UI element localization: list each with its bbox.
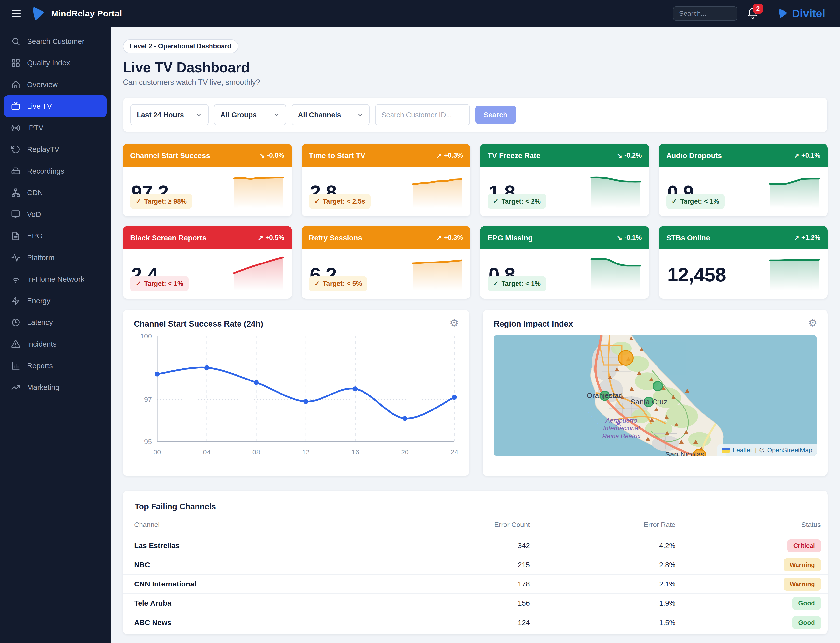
status-badge: Good (792, 597, 821, 610)
rotate-ccw-icon (11, 145, 21, 154)
sidebar-item-overview[interactable]: Overview (4, 74, 107, 95)
gear-icon[interactable]: ⚙ (808, 318, 817, 328)
osm-link[interactable]: OpenStreetMap (767, 446, 812, 454)
gear-icon[interactable]: ⚙ (449, 318, 459, 328)
svg-text:08: 08 (252, 448, 260, 456)
filter-bar: Last 24 Hours All Groups All Channels Se… (123, 98, 828, 132)
check-icon: ✓ (314, 280, 320, 287)
chevron-down-icon (357, 112, 363, 118)
channel-select[interactable]: All Channels (291, 104, 370, 126)
sparkline (589, 253, 642, 292)
sidebar-item-in-home-network[interactable]: In-Home Network (4, 268, 107, 290)
topbar-divider (768, 8, 768, 20)
svg-text:24: 24 (451, 448, 458, 456)
grid-icon (11, 58, 21, 68)
svg-text:Oranjestad: Oranjestad (587, 391, 623, 400)
check-icon: ✓ (493, 280, 498, 287)
kpi-card-retry-sessions: Retry Sessions↗+0.3% 6.2% ✓Target: < 5% (302, 226, 470, 299)
top-failing-channels-card: Top Failing Channels Channel Error Count… (123, 491, 828, 634)
kpi-card-epg-missing: EPG Missing↘-0.1% 0.8% ✓Target: < 1% (480, 226, 649, 299)
check-icon: ✓ (493, 197, 498, 205)
topbar: MindRelay Portal 2 Divitel (0, 0, 840, 27)
sidebar-item-recordings[interactable]: Recordings (4, 160, 107, 182)
sidebar-item-replaytv[interactable]: ReplayTV (4, 139, 107, 160)
table-row: NBC 215 2.8% Warning (123, 555, 828, 574)
table-row: Tele Aruba 156 1.9% Good (123, 594, 828, 613)
svg-text:20: 20 (401, 448, 409, 456)
sidebar-item-quality-index[interactable]: Quality Index (4, 52, 107, 74)
menu-icon[interactable] (12, 10, 21, 17)
main-content: Level 2 - Operational Dashboard Live TV … (111, 27, 840, 643)
search-icon (11, 36, 21, 46)
sidebar-item-reports[interactable]: Reports (4, 355, 107, 377)
trend-icon: ↗ (794, 152, 799, 160)
sparkline (411, 170, 464, 210)
trend-icon: ↗ (258, 234, 264, 242)
page-title: Live TV Dashboard (123, 59, 828, 75)
sidebar-item-cdn[interactable]: CDN (4, 182, 107, 204)
map-attribution: Leaflet | © OpenStreetMap (718, 444, 817, 456)
svg-text:Aeropuerto: Aeropuerto (605, 417, 637, 424)
sidebar-item-iptv[interactable]: IPTV (4, 117, 107, 139)
chart-title: Channel Start Success Rate (24h) (134, 319, 458, 329)
time-range-select[interactable]: Last 24 Hours (130, 104, 208, 126)
svg-text:95: 95 (144, 438, 152, 446)
status-badge: Warning (784, 558, 821, 571)
leaflet-link[interactable]: Leaflet (733, 446, 752, 454)
kpi-card-tv-freeze-rate: TV Freeze Rate↘-0.2% 1.8% ✓Target: < 2% (480, 144, 649, 216)
broadcast-icon (11, 123, 21, 133)
sidebar-item-marketing[interactable]: Marketing (4, 377, 107, 398)
sidebar-item-epg[interactable]: EPG (4, 225, 107, 247)
trend-icon: ↗ (436, 152, 442, 160)
map-panel: Region Impact Index ⚙ (483, 310, 828, 476)
divitel-logo-text: Divitel (792, 7, 825, 20)
line-chart: 100979500040812162024 (134, 331, 458, 465)
customer-id-input[interactable] (375, 104, 470, 126)
sparkline (411, 253, 464, 292)
level-badge: Level 2 - Operational Dashboard (123, 39, 238, 53)
page-subtitle: Can customers watch TV live, smoothly? (123, 78, 828, 87)
sidebar-item-live-tv[interactable]: Live TV (4, 95, 107, 117)
sparkline (768, 253, 821, 292)
svg-text:100: 100 (140, 332, 152, 340)
sparkline (232, 253, 285, 292)
sidebar-item-vod[interactable]: VoD (4, 204, 107, 225)
svg-text:00: 00 (153, 448, 161, 456)
sidebar-item-latency[interactable]: Latency (4, 312, 107, 333)
kpi-card-time-to-start-tv: Time to Start TV↗+0.3% 2.8sec ✓Target: <… (302, 144, 470, 216)
sparkline (768, 170, 821, 210)
sidebar-item-energy[interactable]: Energy (4, 290, 107, 312)
svg-text:San Nicolas: San Nicolas (665, 450, 705, 456)
target-badge: ✓Target: < 1% (130, 276, 189, 291)
sidebar-item-incidents[interactable]: Incidents (4, 333, 107, 355)
file-text-icon (11, 231, 21, 241)
trending-up-icon (11, 382, 21, 392)
divitel-logo-icon (778, 8, 789, 19)
status-badge: Critical (788, 539, 821, 552)
sidebar-item-search-customer[interactable]: Search Customer (4, 31, 107, 52)
global-search-input[interactable] (673, 7, 737, 21)
notifications-button[interactable]: 2 (747, 8, 759, 20)
search-button[interactable]: Search (475, 106, 516, 124)
map-canvas[interactable]: ✈ OranjestadSanta CruzSan NicolasAeropue… (494, 335, 817, 456)
ukraine-flag-icon (722, 447, 730, 453)
recorder-icon (11, 166, 21, 176)
svg-text:16: 16 (352, 448, 359, 456)
group-select[interactable]: All Groups (214, 104, 286, 126)
clock-icon (11, 318, 21, 327)
trend-icon: ↗ (794, 234, 799, 242)
table-header: Channel Error Count Error Rate Status (123, 514, 828, 536)
trend-icon: ↘ (617, 234, 622, 242)
kpi-card-black-screen-reports: Black Screen Reports↗+0.5% 2.4% ✓Target:… (123, 226, 292, 299)
chart-panel: Channel Start Success Rate (24h) ⚙ 10097… (123, 310, 469, 476)
svg-text:04: 04 (203, 448, 210, 456)
kpi-grid: Channel Start Success↘-0.8% 97.2% ✓Targe… (123, 144, 828, 299)
sidebar-item-platform[interactable]: Platform (4, 247, 107, 268)
sparkline (589, 170, 642, 210)
sidebar: Search Customer Quality Index Overview L… (0, 27, 111, 643)
monitor-icon (11, 209, 21, 219)
target-badge: ✓Target: < 2.5s (309, 194, 371, 209)
zap-icon (11, 296, 21, 306)
check-icon: ✓ (314, 197, 320, 205)
chevron-down-icon (196, 112, 202, 118)
